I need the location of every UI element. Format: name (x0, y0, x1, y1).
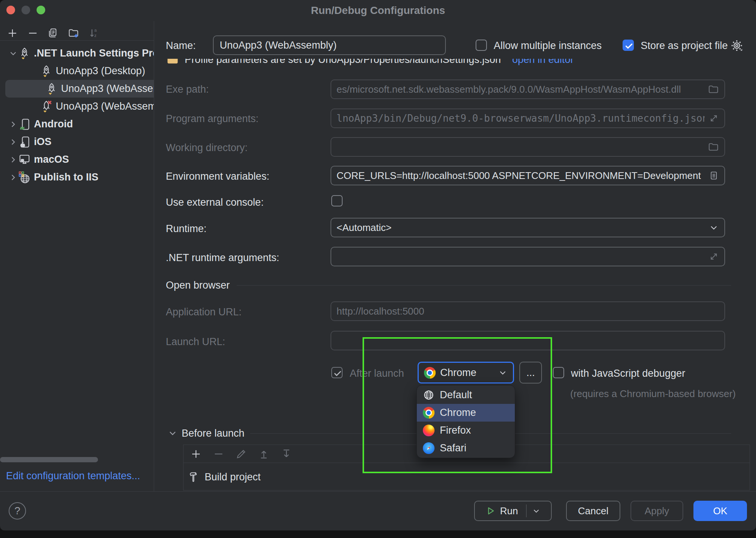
exe-path-value: es/microsoft.net.sdk.webassembly.pack/9.… (337, 84, 704, 95)
rocket-icon (18, 47, 31, 60)
sort-configurations-button[interactable]: a z (88, 28, 99, 39)
allow-multiple-instances-checkbox[interactable] (476, 40, 487, 51)
allow-multiple-instances-label: Allow multiple instances (494, 40, 602, 52)
rocket-icon (45, 83, 58, 95)
working-directory-label: Working directory: (166, 142, 248, 154)
question-mark-icon: ? (14, 505, 20, 517)
runtime-select[interactable]: <Automatic> (331, 218, 725, 237)
after-launch-checkbox[interactable] (331, 367, 343, 378)
expand-editor-button[interactable] (709, 113, 719, 124)
gear-icon (730, 38, 744, 53)
check-icon (624, 41, 634, 51)
tree-item-unoapp3-desktop[interactable]: UnoApp3 (Desktop) (0, 62, 154, 80)
environment-variables-field[interactable]: CORE_URLS=http://localhost:5000 ASPNETCO… (331, 166, 725, 185)
apply-button-label: Apply (644, 505, 669, 517)
chevron-right-icon (8, 137, 18, 147)
help-button[interactable]: ? (9, 502, 26, 520)
tree-item-publish-to-iis[interactable]: Publish to IIS (0, 168, 154, 186)
edit-configuration-templates-link[interactable]: Edit configuration templates... (6, 470, 140, 482)
folder-icon (708, 141, 719, 153)
profile-warning-banner: Profile parameters are set by UnoApp3/Pr… (166, 59, 584, 72)
remove-configuration-button[interactable] (27, 28, 38, 39)
name-label: Name: (166, 40, 196, 52)
run-button-label: Run (500, 505, 518, 517)
tree-item-label: Publish to IIS (34, 171, 98, 183)
folder-icon (708, 84, 719, 95)
sidebar-horizontal-scrollbar[interactable] (0, 457, 98, 462)
store-as-project-file-label: Store as project file (641, 40, 728, 52)
dialog-title: Run/Debug Configurations (0, 0, 756, 21)
configurations-tree: .NET Launch Settings Pre UnoApp3 (Deskto… (0, 44, 154, 186)
open-in-editor-link[interactable]: open in editor (512, 59, 574, 66)
tree-item-unoapp3-webassembly-selected[interactable]: UnoApp3 (WebAssembly) (5, 80, 154, 98)
tree-item-android[interactable]: Android (0, 115, 154, 133)
footer-divider (0, 491, 756, 492)
expand-editor-button[interactable] (709, 251, 719, 262)
run-debug-configurations-dialog: Run/Debug Configurations (0, 0, 756, 530)
use-external-console-checkbox[interactable] (331, 195, 343, 206)
svg-text:z: z (94, 33, 96, 38)
before-launch-collapse-chevron[interactable] (167, 428, 178, 439)
before-launch-item-label: Build project (205, 471, 261, 483)
panel-divider (154, 21, 154, 491)
new-folder-button[interactable] (68, 28, 79, 39)
tree-item-macos[interactable]: macOS (0, 151, 154, 168)
chevron-right-icon (8, 119, 18, 129)
apply-button[interactable]: Apply (631, 501, 683, 521)
environment-variables-value: CORE_URLS=http://localhost:5000 ASPNETCO… (337, 170, 705, 182)
runtime-value: <Automatic> (337, 222, 705, 234)
cancel-button[interactable]: Cancel (566, 501, 620, 521)
play-icon (485, 506, 496, 516)
annotation-highlight-rectangle (363, 337, 552, 473)
chevron-down-icon[interactable] (532, 506, 541, 515)
macos-display-icon (18, 153, 31, 166)
js-debugger-hint: (requires a Chromium-based browser) (570, 388, 736, 400)
store-options-gear-button[interactable] (730, 38, 744, 53)
program-arguments-value: lnoApp3/bin/Debug/net9.0-browserwasm/Uno… (337, 113, 705, 124)
store-as-project-file-checkbox[interactable] (623, 40, 634, 51)
tree-item-label: UnoApp3 (Desktop) (56, 65, 145, 77)
chevron-down-icon (709, 222, 719, 233)
expand-icon (709, 113, 719, 124)
move-up-icon[interactable] (258, 448, 269, 460)
open-browser-section-label: Open browser (166, 280, 230, 291)
rocket-error-icon (40, 100, 53, 113)
name-input[interactable]: UnoApp3 (WebAssembly) (213, 35, 446, 55)
browse-folder-button[interactable] (708, 141, 719, 153)
name-value: UnoApp3 (WebAssembly) (220, 40, 337, 51)
exe-path-label: Exe path: (166, 84, 209, 95)
add-configuration-button[interactable] (7, 28, 18, 39)
sidebar-separator (0, 40, 154, 41)
application-url-value: http://localhost:5000 (337, 306, 719, 317)
edit-variables-button[interactable] (709, 170, 719, 181)
tree-item-dotnet-launch-settings[interactable]: .NET Launch Settings Pre (0, 44, 154, 62)
move-down-icon[interactable] (281, 448, 292, 460)
ios-phone-icon (18, 136, 31, 148)
tree-item-unoapp3-webassembly-error[interactable]: UnoApp3 (WebAssembly) (0, 98, 154, 115)
use-external-console-label: Use external console: (166, 197, 264, 208)
before-launch-section-label: Before launch (182, 428, 245, 439)
chevron-right-icon (8, 155, 18, 165)
run-button[interactable]: Run (474, 501, 552, 521)
browse-folder-button[interactable] (708, 84, 719, 95)
plus-icon[interactable] (190, 448, 202, 460)
configurations-sidebar: a z .NET Launch Settings Pre (0, 21, 154, 491)
copy-configuration-button[interactable] (47, 28, 59, 39)
expand-icon (709, 251, 719, 262)
ok-button[interactable]: OK (693, 501, 747, 521)
warning-icon (166, 59, 179, 66)
list-icon (709, 170, 719, 181)
android-phone-icon (18, 118, 31, 131)
edit-pencil-icon[interactable] (236, 448, 247, 460)
sort-alpha-icon: a z (88, 27, 99, 39)
environment-variables-label: Environment variables: (166, 171, 269, 182)
js-debugger-checkbox[interactable] (553, 367, 564, 378)
tree-item-label: Android (34, 118, 73, 130)
minus-icon[interactable] (213, 448, 224, 460)
ok-button-label: OK (713, 505, 727, 517)
dotnet-runtime-arguments-field[interactable] (331, 247, 725, 266)
hammer-icon (187, 471, 199, 483)
tree-item-label: macOS (34, 154, 69, 165)
runtime-label: Runtime: (166, 223, 207, 235)
tree-item-ios[interactable]: iOS (0, 133, 154, 151)
